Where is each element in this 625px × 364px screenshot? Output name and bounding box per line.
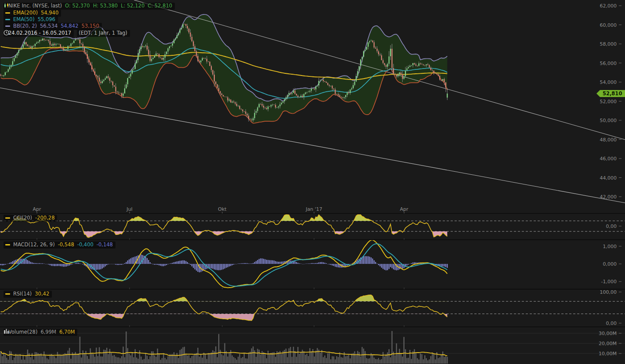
svg-text:52,810: 52,810 [603,90,622,97]
ema200-label: EMA(200) [13,10,38,16]
macd-hist-value: -0,148 [97,242,113,248]
volume-axis-label: 10,00M [599,351,617,357]
time-axis-label: Okt [218,206,227,212]
trendline-2[interactable] [0,88,625,203]
chart-canvas[interactable]: 62,00060,00058,00056,00054,00052,00050,0… [0,0,625,364]
bb-upper-value: 56,534 [40,23,58,29]
cci-header[interactable]: CCI(20) -200,28 [4,215,57,222]
bb-legend[interactable]: BB(20, 2) 56,534 54,842 53,150 [4,23,102,30]
cci-dash-icon [5,217,10,219]
rsi-value: 30,42 [35,291,49,297]
macd-axis-label: -1,000 [601,279,617,285]
volume-value: 6,70M [59,329,75,335]
rsi-axis-label: 0,00 [606,321,617,326]
volume-ma-value: 6,99M [40,329,56,335]
price-axis-label: 52,000 [600,99,617,105]
last-price-tag: 52,810 [596,90,625,97]
price-axis-label: 46,000 [600,156,617,162]
symbol-legend[interactable]: NIKE Inc. (NYSE, last) O: 52,370 H: 53,3… [4,3,175,10]
price-axis-label: 44,000 [600,175,617,181]
date-range-chip[interactable]: 24.02.2016 - 16.05.2017 (EDT, 1 Jahr, 1 … [4,30,130,37]
chart-window: 62,00060,00058,00056,00054,00052,00050,0… [0,0,625,364]
price-axis-label: 58,000 [600,41,617,47]
rsi-dash-icon [5,293,10,295]
macd-dash-icon [5,244,10,245]
volume-axis-label: 30,00M [599,331,617,336]
date-range-suffix: (EDT, 1 Jahr, 1 Tag) [79,30,127,36]
volume-label: Volume(28) [8,329,37,335]
macd-label: MACD(12, 26, 9) [13,242,55,248]
indicator-axes[interactable]: 0,001,0000,000-1,000100,000,0030,00M20,0… [599,223,621,357]
volume-header[interactable]: Volume(28) 6,99M 6,70M [4,329,77,336]
rsi-label: RSI(14) [13,291,32,297]
cci-line [1,215,448,238]
price-axis-label: 48,000 [600,137,617,143]
ema50-dash-icon [5,19,10,20]
time-axis-label: Apr [400,206,409,212]
time-axis-label: Jan '17 [305,206,322,212]
price-axis-label: 50,000 [600,118,617,123]
price-axis-label: 42,000 [600,194,617,200]
price-axis-label: 60,000 [600,22,617,28]
ema200-legend[interactable]: EMA(200) 54,940 [4,10,61,17]
bb-dash-icon [5,25,10,27]
ema200-value: 54,940 [41,10,58,16]
bb-label: BB(20, 2) [13,23,37,29]
rsi-header[interactable]: RSI(14) 30,42 [4,291,52,298]
cci-axis-label: 0,00 [606,223,617,229]
macd-header[interactable]: MACD(12, 26, 9) -0,548 -0,400 -0,148 [4,241,116,249]
volume-axis-label: 20,00M [599,341,617,346]
time-axis-label: Apr [33,206,42,212]
price-axis-label: 62,000 [600,3,617,9]
ema200-dash-icon [5,12,10,14]
rsi-axis-label: 100,00 [600,289,617,295]
macd-axis-label: 1,000 [603,244,617,249]
cci-value: -200,28 [35,215,54,221]
bb-mid-value: 54,842 [61,23,78,29]
bb-lower-value: 53,150 [82,23,99,29]
time-axis-label: Jul [126,206,132,212]
price-axis-label: 56,000 [600,61,617,66]
ohlc-close: C: 52,810 [148,3,172,9]
price-axis[interactable]: 62,00060,00058,00056,00054,00052,00050,0… [596,3,625,200]
ema50-legend[interactable]: EMA(50) 55,096 [4,16,58,23]
symbol-name: NIKE Inc. (NYSE, last) [8,3,62,9]
ohlc-open: O: 52,370 [65,3,90,9]
macd-axis-label: 0,000 [603,261,617,267]
date-range-text: 24.02.2016 - 16.05.2017 [8,30,71,36]
macd-signal-value: -0,400 [77,242,94,248]
cci-label: CCI(20) [13,215,32,221]
ohlc-low: L: 52,120 [121,3,145,9]
ohlc-high: H: 53,380 [93,3,118,9]
price-axis-label: 54,000 [600,79,617,85]
ema50-value: 55,096 [38,17,55,22]
macd-value: -0,548 [58,242,74,248]
ema50-label: EMA(50) [13,17,35,22]
